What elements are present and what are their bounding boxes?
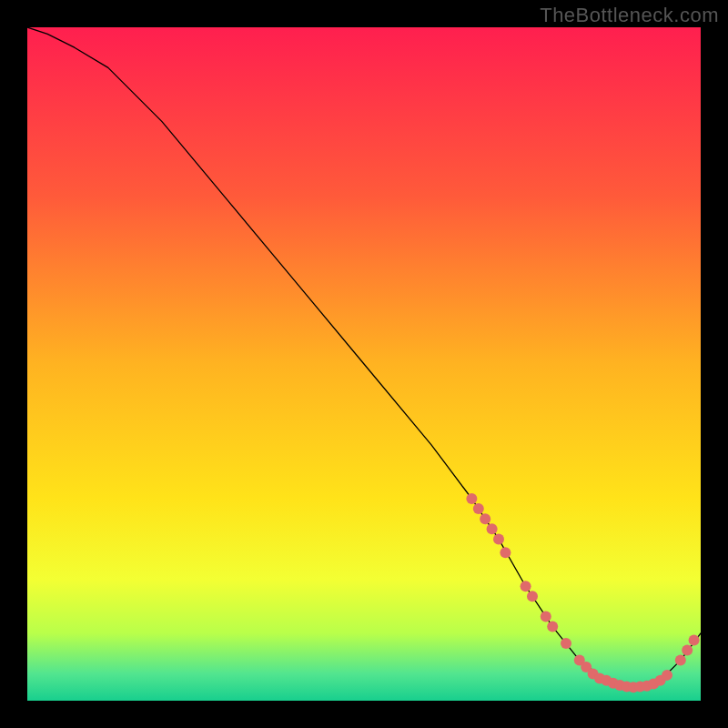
plot-svg — [27, 27, 701, 701]
plot-frame — [27, 27, 701, 701]
highlight-dot — [689, 634, 700, 645]
watermark-text: TheBottleneck.com — [540, 4, 719, 27]
highlight-dot — [561, 638, 571, 649]
highlight-dot — [493, 533, 504, 544]
highlight-dot — [466, 493, 477, 504]
highlight-dot — [662, 670, 672, 681]
highlight-dot — [527, 591, 538, 602]
highlight-dot — [473, 503, 484, 514]
highlight-dot — [682, 645, 693, 656]
highlight-dot — [675, 655, 686, 666]
chart-container: TheBottleneck.com — [0, 0, 728, 728]
highlight-dot — [541, 612, 551, 622]
highlight-dot — [500, 547, 511, 558]
highlight-dot — [487, 523, 498, 534]
highlight-dot — [547, 622, 558, 632]
highlight-dot — [521, 581, 531, 592]
highlight-dot — [480, 513, 490, 524]
